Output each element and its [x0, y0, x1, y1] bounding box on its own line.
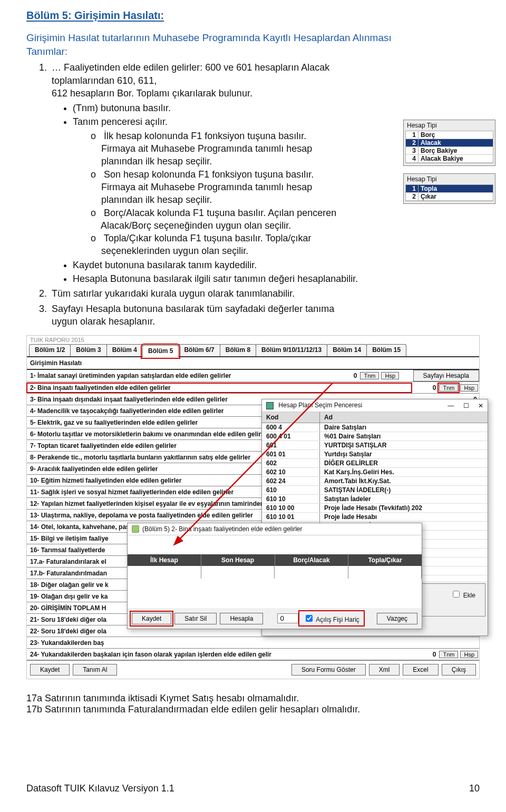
def-col-header: İlk Hesap [128, 554, 201, 566]
tab[interactable]: Bölüm 9/10/11/12/13 [256, 344, 327, 356]
kaydet-button[interactable]: Kaydet [30, 664, 70, 676]
grid-title: Girişimin Hasılatı [27, 357, 479, 370]
row-value: 0 [333, 371, 359, 380]
window-max-icon[interactable]: ☐ [463, 402, 469, 409]
tab[interactable]: Bölüm 15 [366, 344, 406, 356]
row-label: 23- Yukarıdakilerden baş [27, 638, 453, 648]
bullet-kaydet: Kaydet butonuna basılarak tanım kaydedil… [73, 259, 358, 271]
soru-formu-göster-button[interactable]: Soru Formu Göster [291, 664, 366, 676]
xml-button[interactable]: Xml [369, 664, 400, 676]
ht-row[interactable]: 1Borç [406, 131, 493, 139]
ht-row[interactable]: 4Alacak Bakiye [406, 155, 493, 163]
bullet-tnm: (Tnm) butonuna basılır. [73, 102, 358, 114]
row-label: 1- İmalat sanayi üretiminden yapılan sat… [27, 371, 333, 380]
tab-bar: Bölüm 1/2Bölüm 3Bölüm 4Bölüm 5Bölüm 6/7B… [27, 344, 479, 357]
hsp-button[interactable]: Hsp [460, 651, 478, 658]
app-title: TUIK RAPORU 2015 [27, 336, 479, 344]
tab[interactable]: Bölüm 6/7 [178, 344, 220, 356]
bullet-pencere: Tanım penceresi açılır. [73, 115, 358, 128]
footer-page-number: 10 [469, 783, 480, 794]
çıkış-button[interactable]: Çıkış [442, 664, 476, 676]
sayfayi-hesapla-button[interactable]: Sayfayı Hesapla [413, 370, 479, 381]
tnm-button[interactable]: Tnm [439, 384, 458, 392]
c3b: Alacak/Borç seçeneğinden uygun olan seçi… [101, 220, 291, 231]
intro-line-2: Tanımlar: [26, 46, 67, 57]
svg-line-0 [179, 383, 333, 540]
tab[interactable]: Bölüm 3 [70, 344, 106, 356]
row-value: 0 [412, 650, 438, 659]
def-col-header: Borç/Alacak [275, 554, 349, 566]
def-value-input[interactable] [277, 613, 298, 623]
window-close-icon[interactable]: ✕ [478, 402, 483, 409]
note-17a: 17a Satırının tanımında iktisadi Kıymet … [26, 693, 480, 704]
tab[interactable]: Bölüm 4 [106, 344, 143, 356]
ht-row[interactable]: 3Borç Bakiye [406, 147, 493, 155]
c1b: Firmaya ait Muhasebe Programında tanımlı… [101, 143, 312, 154]
hsp-button[interactable]: Hsp [460, 384, 478, 392]
def-input-borc-alacak[interactable] [275, 566, 348, 579]
checkbox-acilis-fisi[interactable]: Açılış Fişi Hariç [300, 612, 362, 624]
def-vazgec-button[interactable]: Vazgeç [377, 613, 417, 624]
def-kaydet-button[interactable]: Kaydet [132, 613, 171, 624]
popup-col-ad[interactable]: Ad [320, 412, 488, 423]
window-min-icon[interactable]: — [447, 402, 454, 409]
def-input-ilk-hesap[interactable] [128, 566, 201, 579]
c2b: Firmaya ait Muhasebe Programında tanımlı… [101, 182, 312, 192]
hesap-tipi-box-1: Hesap Tipi 1Borç2Alacak3Borç Bakiye4Alac… [403, 120, 495, 166]
note-17b: 17b Satırının tanımında Faturalandırmada… [26, 704, 480, 715]
row-value [453, 642, 479, 644]
list-item: 1- İmalat sanayi üretiminden yapılan sat… [27, 370, 479, 382]
bullet-hesapla: Hesapla Butonuna basılarak ilgili satır … [73, 272, 358, 285]
def-input-topla-cikar[interactable] [348, 566, 422, 579]
tanım-al-button[interactable]: Tanım Al [73, 664, 117, 676]
c2c: planından ilk hesap seçilir. [101, 194, 212, 205]
ht-row[interactable]: 2Alacak [406, 139, 493, 147]
defpopup-icon [132, 525, 139, 533]
section-heading: Bölüm 5: Girişimin Hasılatı: [26, 9, 480, 22]
list-item: 24- Yukarıdakilerden başkaları için faso… [27, 649, 479, 660]
hesap-tipi-box-2: Hesap Tipi 1Topla2Çıkar [403, 173, 495, 204]
c4b: seçeneklerinden uygun olan seçilir. [101, 246, 248, 256]
def-satirsil-button[interactable]: Satır Sil [174, 613, 217, 624]
c1c: planından ilk hesap seçilir. [101, 156, 212, 167]
li2: Tüm satırlar yukarıdaki kurala uygun ola… [50, 287, 358, 300]
li1a: … Faaliyetinden elde edilen gelirler: 60… [52, 62, 329, 85]
c1a: İlk hesap kolonunda F1 fonksiyon tuşuna … [104, 131, 306, 141]
def-col-header: Son Hesap [201, 554, 275, 566]
row-value: 0 [412, 383, 438, 393]
ht1-title: Hesap Tipi [404, 120, 495, 131]
tnm-button[interactable]: Tnm [360, 372, 379, 379]
def-input-son-hesap[interactable] [201, 566, 275, 579]
ht-row[interactable]: 1Topla [406, 185, 493, 193]
tab[interactable]: Bölüm 8 [220, 344, 256, 356]
tnm-button[interactable]: Tnm [439, 651, 458, 658]
ht-row[interactable]: 2Çıkar [406, 193, 493, 201]
li1b: 612 hesapların Bor. Toplamı çıkarılarak … [52, 88, 252, 99]
checkbox-ekle[interactable]: Ekle [451, 589, 475, 599]
hsp-button[interactable]: Hsp [381, 372, 399, 379]
li3: Sayfayı Hesapla butonuna basılarak tüm s… [50, 302, 358, 328]
excel-button[interactable]: Excel [403, 664, 438, 676]
intro-line-1: Girişimin Hasılat tutarlarının Muhasebe … [26, 32, 392, 43]
tab[interactable]: Bölüm 5 [142, 345, 179, 357]
c4a: Topla/Çıkar kolunda F1 tuşuna basılır. T… [104, 233, 312, 243]
row-label: 24- Yukarıdakilerden başkaları için faso… [27, 650, 412, 659]
c2a: Son hesap kolonunda F1 fonksiyon tuşuna … [104, 169, 314, 180]
list-item: 23- Yukarıdakilerden baş [27, 637, 479, 649]
footer-version: Datasoft TUIK Kılavuz Versiyon 1.1 [26, 783, 174, 794]
def-hesapla-button[interactable]: Hesapla [220, 613, 263, 624]
app-window: TUIK RAPORU 2015 Bölüm 1/2Bölüm 3Bölüm 4… [26, 335, 480, 679]
tab[interactable]: Bölüm 1/2 [29, 344, 71, 356]
c3a: Borç/Alacak kolunda F1 tuşuna basılır. A… [104, 208, 336, 218]
ht2-title: Hesap Tipi [404, 174, 495, 184]
def-col-header: Topla/Çıkar [348, 554, 422, 566]
tab[interactable]: Bölüm 14 [327, 344, 367, 356]
